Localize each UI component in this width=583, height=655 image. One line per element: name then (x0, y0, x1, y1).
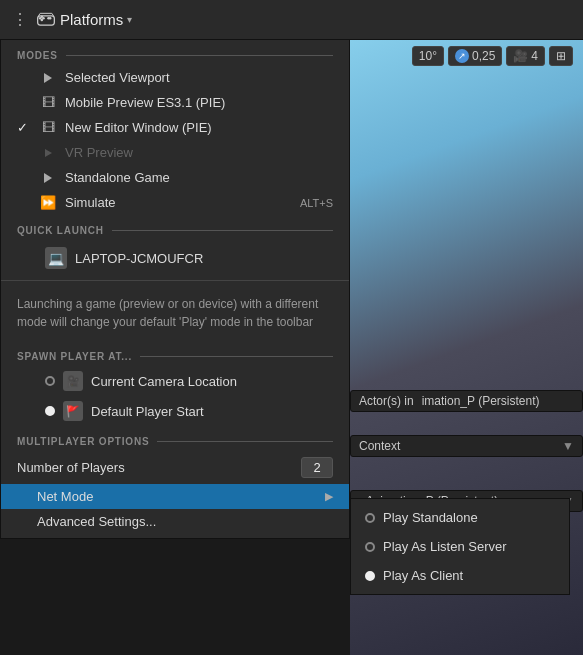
context-label: Context (359, 439, 400, 453)
simulate-label: Simulate (65, 195, 300, 210)
angle-button[interactable]: 10° (412, 46, 444, 66)
play-standalone-label: Play Standalone (383, 510, 478, 525)
submenu-item-play-standalone[interactable]: Play Standalone (351, 503, 569, 532)
play-listen-server-label: Play As Listen Server (383, 539, 507, 554)
default-player-start-label: Default Player Start (91, 404, 204, 419)
grid-icon: ⊞ (556, 49, 566, 63)
scale-value: 0,25 (472, 49, 495, 63)
new-editor-label: New Editor Window (PIE) (65, 120, 333, 135)
simulate-shortcut: ALT+S (300, 197, 333, 209)
play-icon-standalone (37, 173, 59, 183)
laptop-device-name: LAPTOP-JCMOUFCR (75, 251, 203, 266)
modes-section-label: MODES (1, 40, 349, 65)
current-camera-label: Current Camera Location (91, 374, 237, 389)
radio-play-client (365, 571, 375, 581)
radio-current-camera (45, 376, 55, 386)
platforms-dropdown-menu: MODES Selected Viewport 🎞 Mobile Preview… (0, 40, 350, 539)
number-of-players-row: Number of Players 2 (1, 451, 349, 484)
menu-item-vr-preview: VR Preview (1, 140, 349, 165)
menu-item-simulate[interactable]: ⏩ Simulate ALT+S (1, 190, 349, 215)
platforms-button[interactable]: Platforms ▾ (60, 11, 132, 28)
play-icon-selected-viewport (37, 73, 59, 83)
multiplayer-section-label: MULTIPLAYER OPTIONS (1, 426, 349, 451)
spawn-player-section-label: SPAWN PLAYER AT... (1, 341, 349, 366)
menu-item-advanced-settings[interactable]: Advanced Settings... (1, 509, 349, 534)
actor-persistent: imation_P (Persistent) (422, 394, 540, 408)
mobile-preview-label: Mobile Preview ES3.1 (PIE) (65, 95, 333, 110)
platforms-gamepad-icon (36, 10, 56, 30)
vr-preview-label: VR Preview (65, 145, 333, 160)
radio-default-player-start (45, 406, 55, 416)
context-arrow-icon: ▼ (562, 439, 574, 453)
actor-context-bar: Actor(s) in imation_P (Persistent) (350, 390, 583, 412)
selected-viewport-label: Selected Viewport (65, 70, 333, 85)
divider-1 (1, 280, 349, 281)
menu-item-selected-viewport[interactable]: Selected Viewport (1, 65, 349, 90)
camera-spawn-icon: 🎥 (63, 371, 83, 391)
menu-item-new-editor[interactable]: ✓ 🎞 New Editor Window (PIE) (1, 115, 349, 140)
svg-point-4 (41, 15, 44, 18)
simulate-icon: ⏩ (37, 195, 59, 210)
quick-launch-section-label: QUICK LAUNCH (1, 215, 349, 240)
net-mode-label: Net Mode (37, 489, 325, 504)
svg-point-6 (49, 17, 52, 19)
number-of-players-input[interactable]: 2 (301, 457, 333, 478)
laptop-icon: 💻 (45, 247, 67, 269)
camera-count-value: 4 (531, 49, 538, 63)
radio-play-listen-server (365, 542, 375, 552)
context-dropdown[interactable]: Context ▼ (350, 435, 583, 457)
vr-play-icon (37, 149, 59, 157)
submenu-arrow-icon: ▶ (325, 490, 333, 503)
menu-item-net-mode[interactable]: Net Mode ▶ (1, 484, 349, 509)
advanced-settings-label: Advanced Settings... (37, 514, 333, 529)
submenu-item-play-client[interactable]: Play As Client (351, 561, 569, 590)
scale-button[interactable]: ↗ 0,25 (448, 46, 502, 66)
net-mode-submenu: Play Standalone Play As Listen Server Pl… (350, 498, 570, 595)
checkmark: ✓ (17, 120, 37, 135)
camera-count-button[interactable]: 🎥 4 (506, 46, 545, 66)
menu-item-mobile-preview[interactable]: 🎞 Mobile Preview ES3.1 (PIE) (1, 90, 349, 115)
standalone-game-label: Standalone Game (65, 170, 333, 185)
launch-description: Launching a game (preview or on device) … (1, 285, 349, 341)
dots-icon[interactable]: ⋮ (8, 8, 32, 32)
play-client-label: Play As Client (383, 568, 463, 583)
grid-button[interactable]: ⊞ (549, 46, 573, 66)
spawn-current-camera[interactable]: 🎥 Current Camera Location (1, 366, 349, 396)
player-start-icon: 🚩 (63, 401, 83, 421)
radio-play-standalone (365, 513, 375, 523)
number-of-players-label: Number of Players (17, 460, 301, 475)
camera-icon: 🎥 (513, 49, 528, 63)
filmstrip-icon-2: 🎞 (37, 120, 59, 135)
chevron-down-icon: ▾ (127, 14, 132, 25)
filmstrip-icon: 🎞 (37, 95, 59, 110)
scale-icon: ↗ (455, 49, 469, 63)
actor-label: Actor(s) in (359, 394, 414, 408)
quick-launch-device[interactable]: 💻 LAPTOP-JCMOUFCR (1, 240, 349, 276)
submenu-item-play-listen-server[interactable]: Play As Listen Server (351, 532, 569, 561)
top-bar: ⋮ Platforms ▾ (0, 0, 583, 40)
angle-value: 10° (419, 49, 437, 63)
spawn-default-player-start[interactable]: 🚩 Default Player Start (1, 396, 349, 426)
menu-item-standalone[interactable]: Standalone Game (1, 165, 349, 190)
